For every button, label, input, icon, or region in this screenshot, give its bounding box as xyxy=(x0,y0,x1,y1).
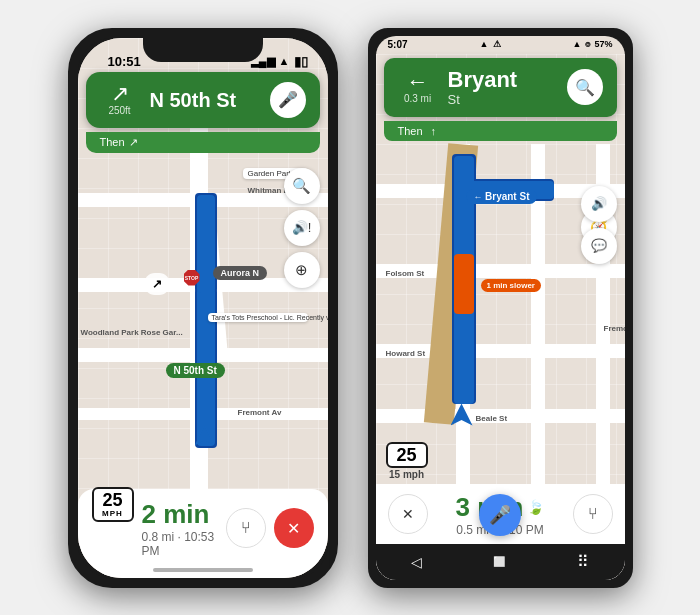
ios-fork-btn[interactable]: ⑂ xyxy=(226,508,266,548)
ios-speed-badge: 25 MPH xyxy=(92,487,134,522)
android-battery-icon: 57% xyxy=(594,39,612,49)
android-direction-banner: ← 0.3 mi Bryant St 🔍 xyxy=(384,58,617,117)
android-direction-arrow: ← xyxy=(407,71,429,93)
android-street-type: St xyxy=(448,92,518,107)
battery-icon: ▮▯ xyxy=(294,54,308,69)
ios-speed-num: 25 xyxy=(100,491,126,509)
ios-speed-unit: MPH xyxy=(100,509,126,518)
ios-then-text: Then xyxy=(100,136,125,148)
beale-label: Beale St xyxy=(476,414,508,423)
android-speed-box: 25 xyxy=(386,442,428,468)
android-then-arrow: ↑ xyxy=(431,125,437,137)
location-icon: ▲ xyxy=(480,39,489,49)
android-then-row: Then ↑ xyxy=(384,121,617,141)
ios-action-btns: ⑂ ✕ xyxy=(226,508,314,548)
android-fork-btn[interactable]: ⑂ xyxy=(573,494,613,534)
poi-tots: Tara's Tots Preschool - Lic. Recently vi… xyxy=(208,313,308,322)
ios-nav-header: ↗ 250ft N 50th St 🎤 Then ↗ xyxy=(78,68,328,153)
ios-status-icons: ▂▄▆ ▲ ▮▯ xyxy=(251,54,308,69)
n50th-label: N 50th St xyxy=(166,363,225,378)
fremont-label: Fremont Av xyxy=(238,408,282,417)
map-arrow-icon: ↗ xyxy=(152,277,162,291)
android-mic-btn[interactable]: 🎤 xyxy=(479,494,521,536)
android-nav-header: ← 0.3 mi Bryant St 🔍 Then ↑ xyxy=(376,54,625,141)
android-screen: 5:07 ▲ ⚠ ▲ ⌾ 57% xyxy=(376,36,625,580)
android-direction-street: Bryant xyxy=(448,68,518,92)
map-arrow-indicator: ↗ xyxy=(144,273,170,295)
android-direction-dist: 0.3 mi xyxy=(404,93,431,104)
ios-plus-btn[interactable]: ⊕ xyxy=(284,252,320,288)
ios-mic-btn[interactable]: 🎤 xyxy=(270,82,306,118)
bryant-st-label: ← Bryant St xyxy=(466,189,538,204)
ios-direction-banner: ↗ 250ft N 50th St 🎤 xyxy=(86,72,320,128)
android-speech-btn[interactable]: 💬 xyxy=(581,228,617,264)
folsom-label: Folsom St xyxy=(386,269,425,278)
android-back-icon[interactable]: ◁ xyxy=(411,554,422,570)
ios-screen: 10:51 ▂▄▆ ▲ ▮▯ xyxy=(78,38,328,578)
android-street-info: Bryant St xyxy=(448,68,518,107)
android-status-bar: 5:07 ▲ ⚠ ▲ ⌾ 57% xyxy=(376,36,625,53)
ios-eta-time: 2 min xyxy=(142,499,226,530)
android-current-speed: 15 mph xyxy=(386,469,428,480)
android-home-icon[interactable]: ⬜ xyxy=(493,556,505,567)
notch xyxy=(143,38,263,62)
ios-direction-street: N 50th St xyxy=(150,89,260,111)
android-sound-btn[interactable]: 🔊 xyxy=(581,186,617,222)
ios-speed-box: 25 MPH xyxy=(92,487,134,522)
ios-close-btn[interactable]: ✕ xyxy=(274,508,314,548)
ios-direction-arrow: ↗ xyxy=(111,83,129,105)
android-search-btn[interactable]: 🔍 xyxy=(567,69,603,105)
ios-home-indicator xyxy=(153,568,253,572)
howard-label: Howard St xyxy=(386,349,426,358)
ios-phone: 10:51 ▂▄▆ ▲ ▮▯ xyxy=(68,28,338,588)
ios-eta-sub: 0.8 mi · 10:53 PM xyxy=(142,530,226,558)
ios-then-row: Then ↗ xyxy=(86,132,320,153)
android-close-btn[interactable]: ✕ xyxy=(388,494,428,534)
android-traffic-segment xyxy=(454,254,474,314)
android-recents-icon[interactable]: ⠿ xyxy=(577,552,589,571)
android-signal-icon: ▲ xyxy=(573,39,582,49)
leaf-icon: 🍃 xyxy=(527,499,544,515)
fremont-a-label: Fremont St xyxy=(604,324,625,333)
ios-time: 10:51 xyxy=(108,54,141,69)
nav-arrow-ios xyxy=(195,426,215,446)
android-status-icons: ▲ ⌾ 57% xyxy=(573,39,613,49)
android-center-icons: ▲ ⚠ xyxy=(408,39,573,49)
android-phone: 5:07 ▲ ⚠ ▲ ⌾ 57% xyxy=(368,28,633,588)
mic-icon: 🎤 xyxy=(489,504,511,526)
android-nav-arrow xyxy=(451,404,473,426)
android-speed-num: 25 xyxy=(394,446,420,464)
android-speed-badge: 25 15 mph xyxy=(386,442,428,480)
ios-sound-btn[interactable]: 🔊! xyxy=(284,210,320,246)
android-nav-bar: ◁ ⬜ ⠿ xyxy=(376,544,625,580)
android-wifi-icon: ⌾ xyxy=(585,39,590,49)
wifi-icon: ▲ xyxy=(279,55,290,67)
ios-then-arrow: ↗ xyxy=(129,136,138,149)
ios-map-controls: 🔍 🔊! ⊕ xyxy=(284,168,320,288)
ios-direction-dist: 250ft xyxy=(108,105,130,116)
android-map-controls: 🔊 💬 xyxy=(581,186,617,264)
android-arrow-box: ← 0.3 mi xyxy=(398,71,438,104)
woodland-label: Woodland Park Rose Gar... xyxy=(81,328,183,337)
traffic-badge: 1 min slower xyxy=(481,279,541,292)
ios-direction-arrow-box: ↗ 250ft xyxy=(100,83,140,116)
bryant-st-text: Bryant St xyxy=(485,191,529,202)
ios-search-btn[interactable]: 🔍 xyxy=(284,168,320,204)
aurora-label: Aurora N xyxy=(213,266,268,280)
android-time: 5:07 xyxy=(388,39,408,50)
alert-icon: ⚠ xyxy=(493,39,501,49)
android-then-text: Then xyxy=(398,125,423,137)
